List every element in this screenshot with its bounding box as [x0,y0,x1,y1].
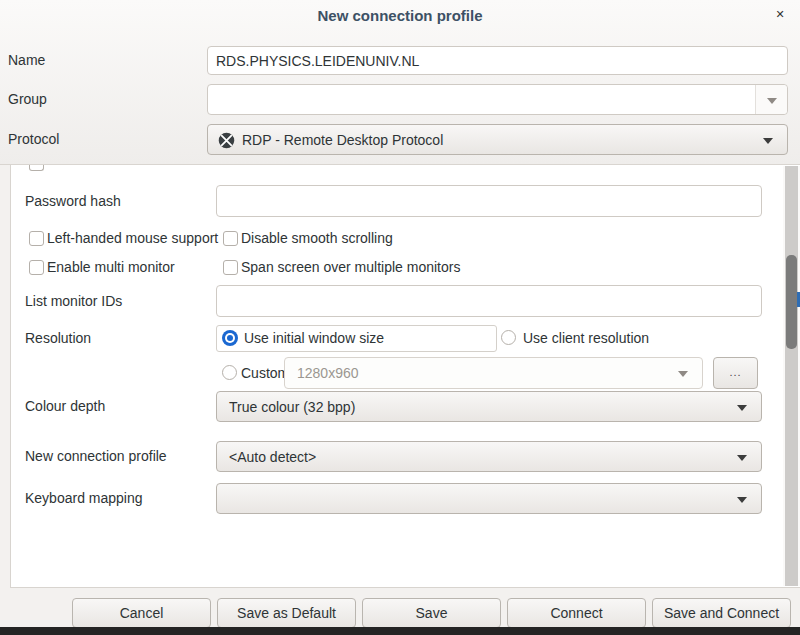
dialog-title: New connection profile [0,7,800,24]
colour-depth-label: Colour depth [25,391,105,422]
radio-label: Use initial window size [244,330,384,346]
chevron-down-icon [737,497,747,503]
save-button[interactable]: Save [362,598,501,628]
custom-resolution-value: 1280x960 [297,358,359,388]
custom-resolution-combo[interactable]: 1280x960 [284,357,703,389]
new-connection-profile-value: <Auto detect> [229,442,316,471]
use-client-resolution-radio[interactable] [501,330,516,345]
name-input[interactable] [207,46,788,75]
save-and-connect-button[interactable]: Save and Connect [652,598,791,628]
list-monitor-ids-input[interactable] [216,285,762,317]
colour-depth-dropdown[interactable]: True colour (32 bpp) [216,391,762,422]
chevron-down-icon [737,455,747,461]
protocol-label: Protocol [8,124,59,155]
save-as-default-button[interactable]: Save as Default [217,598,356,628]
cancel-button[interactable]: Cancel [72,598,211,628]
use-initial-window-size-radio[interactable] [222,330,238,346]
password-hash-input[interactable] [216,185,762,217]
rdp-protocol-icon [218,132,235,149]
checkbox-label: Span screen over multiple monitors [241,259,460,275]
checkbox-label: Left-handed mouse support [47,230,218,246]
left-handed-mouse-checkbox[interactable] [29,231,44,246]
chevron-down-icon [737,405,747,411]
list-monitor-ids-label: List monitor IDs [25,285,122,317]
settings-scroll-panel: Password hash Left-handed mouse support … [10,165,800,588]
chevron-down-icon [763,138,773,144]
name-label: Name [8,46,45,75]
colour-depth-value: True colour (32 bpp) [229,392,355,421]
radio-label: Use client resolution [523,330,649,346]
span-screen-checkbox[interactable] [223,260,238,275]
resolution-label: Resolution [25,325,91,352]
chevron-down-icon [678,371,688,377]
new-connection-profile-label: New connection profile [25,441,167,472]
password-hash-label: Password hash [25,185,121,217]
protocol-value: RDP - Remote Desktop Protocol [242,125,443,154]
group-dropdown-button[interactable] [755,85,787,114]
protocol-dropdown[interactable]: RDP - Remote Desktop Protocol [207,124,788,155]
new-connection-profile-dialog: New connection profile ✕ Name Group Prot… [0,0,800,635]
resolution-more-button[interactable]: ... [713,357,758,389]
checkbox-label: Disable smooth scrolling [241,230,393,246]
chevron-down-icon [767,98,777,104]
clipped-checkbox[interactable] [29,165,44,171]
keyboard-mapping-dropdown[interactable] [216,483,762,514]
keyboard-mapping-label: Keyboard mapping [25,483,143,514]
close-icon[interactable]: ✕ [772,6,788,22]
dialog-header: New connection profile ✕ Name Group Prot… [0,0,800,165]
radio-label: Custom [241,365,289,381]
group-combo[interactable] [207,84,788,115]
scrollbar-thumb[interactable] [786,255,797,349]
disable-smooth-scrolling-checkbox[interactable] [223,231,238,246]
scrollbar-track[interactable] [785,166,798,586]
custom-resolution-radio[interactable] [222,365,237,380]
group-label: Group [8,84,47,115]
checkbox-label: Enable multi monitor [47,259,175,275]
bottom-dark-strip [0,627,800,635]
new-connection-profile-dropdown[interactable]: <Auto detect> [216,441,762,472]
connect-button[interactable]: Connect [507,598,646,628]
enable-multi-monitor-checkbox[interactable] [29,260,44,275]
